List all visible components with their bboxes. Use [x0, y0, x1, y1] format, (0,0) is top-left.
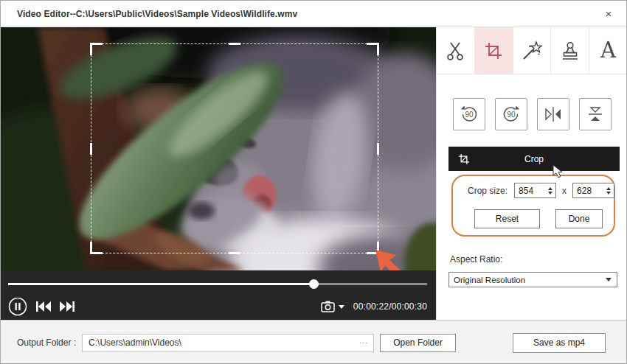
- crop-panel-body: Crop size: 854 x 628 Reset Done: [448, 171, 620, 241]
- crop-icon: [483, 41, 504, 61]
- tab-crop[interactable]: [475, 27, 513, 74]
- svg-text:90: 90: [465, 111, 474, 119]
- multiply-label: x: [562, 186, 567, 196]
- crop-handle-bottom[interactable]: [229, 252, 240, 254]
- annotation-arrow-icon: [373, 247, 411, 270]
- window-title: Video Editor--C:\Users\Public\Videos\Sam…: [17, 9, 297, 19]
- crop-corner-top-right-v[interactable]: [377, 43, 379, 55]
- aspect-ratio-dropdown[interactable]: Original Resolution: [448, 272, 617, 287]
- aspect-ratio-label: Aspect Ratio:: [450, 254, 502, 265]
- tab-trim[interactable]: [437, 27, 475, 74]
- flip-horizontal-button[interactable]: [537, 98, 569, 130]
- progress-knob[interactable]: [309, 279, 319, 289]
- aspect-ratio-value: Original Resolution: [449, 276, 606, 284]
- rotate-left-button[interactable]: 90: [453, 98, 485, 130]
- video-preview: [1, 27, 436, 270]
- spin-up-icon[interactable]: [548, 187, 552, 190]
- done-button[interactable]: Done: [555, 209, 603, 228]
- crop-height-spinner[interactable]: 628: [572, 183, 614, 198]
- mouse-cursor-icon: [552, 164, 564, 179]
- tab-text[interactable]: A: [589, 27, 627, 74]
- rotate-left-icon: 90: [457, 102, 481, 126]
- spin-down-icon[interactable]: [548, 192, 552, 195]
- crop-handle-left[interactable]: [90, 143, 92, 155]
- crop-width-value[interactable]: 854: [515, 186, 546, 196]
- video-editor-window: Video Editor--C:\Users\Public\Videos\Sam…: [0, 0, 627, 364]
- chevron-down-icon: [606, 278, 612, 281]
- pause-button[interactable]: [8, 297, 27, 316]
- crop-selection[interactable]: [91, 43, 378, 253]
- spin-up-icon[interactable]: [606, 187, 611, 190]
- rotate-right-button[interactable]: 90: [495, 98, 527, 130]
- browse-ellipsis-icon[interactable]: ...: [359, 336, 368, 345]
- camera-icon: [321, 301, 335, 312]
- transform-toolbar: 90 90: [437, 98, 627, 130]
- close-icon[interactable]: ×: [601, 7, 616, 21]
- previous-button[interactable]: [36, 301, 51, 312]
- output-path-field-wrap: ...: [82, 334, 374, 352]
- reset-button[interactable]: Reset: [474, 209, 540, 228]
- crop-width-spin-arrows[interactable]: [546, 187, 555, 195]
- crop-panel-title: Crop: [448, 154, 620, 164]
- snapshot-caret-icon: [339, 305, 344, 309]
- crop-handle-right[interactable]: [377, 143, 379, 155]
- crop-corner-bottom-left-v[interactable]: [90, 242, 92, 254]
- save-as-mp4-button[interactable]: Save as mp4: [513, 333, 606, 353]
- tab-effects[interactable]: [513, 27, 552, 74]
- progress-fill: [8, 283, 314, 285]
- crop-handle-top[interactable]: [229, 43, 240, 45]
- output-folder-label: Output Folder :: [17, 337, 76, 348]
- rotate-right-icon: 90: [499, 102, 523, 126]
- output-path-input[interactable]: [83, 335, 373, 351]
- crop-panel-header: Crop: [448, 147, 620, 171]
- player-controls: 00:00:22/00:00:30: [1, 270, 436, 320]
- video-stage: 00:00:22/00:00:30: [1, 27, 436, 320]
- tool-tabs: A: [437, 27, 627, 74]
- stamp-icon: [559, 40, 581, 62]
- crop-size-label: Crop size:: [468, 186, 508, 196]
- crop-panel: Crop Crop size: 854 x 628: [448, 147, 620, 241]
- footer-bar: Output Folder : ... Open Folder Save as …: [1, 320, 626, 364]
- flip-horizontal-icon: [543, 105, 564, 123]
- spin-down-icon[interactable]: [606, 192, 611, 195]
- flip-vertical-button[interactable]: [579, 98, 612, 130]
- letter-a-icon: A: [600, 40, 616, 61]
- title-bar: Video Editor--C:\Users\Public\Videos\Sam…: [1, 1, 626, 27]
- flip-vertical-icon: [586, 105, 605, 124]
- open-folder-button[interactable]: Open Folder: [380, 334, 456, 352]
- time-display: 00:00:22/00:00:30: [353, 301, 427, 312]
- tab-watermark[interactable]: [551, 27, 589, 74]
- next-button[interactable]: [60, 301, 75, 312]
- crop-corner-top-left-v[interactable]: [90, 43, 92, 55]
- seek-bar[interactable]: [8, 283, 427, 285]
- scissors-icon: [444, 40, 466, 62]
- tools-sidebar: A 90 90: [436, 27, 627, 320]
- svg-text:90: 90: [507, 111, 516, 119]
- snapshot-button[interactable]: [321, 301, 344, 312]
- crop-width-spinner[interactable]: 854: [514, 183, 556, 198]
- crop-height-value[interactable]: 628: [573, 186, 604, 196]
- crop-height-spin-arrows[interactable]: [604, 187, 614, 195]
- magic-wand-icon: [521, 40, 543, 62]
